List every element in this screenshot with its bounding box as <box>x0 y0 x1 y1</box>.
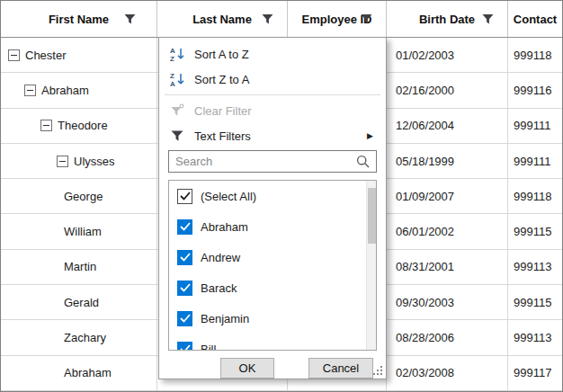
birth-date-cell: 05/18/1999 <box>387 144 508 178</box>
first-name-cell: Ulysses <box>74 155 115 168</box>
list-item-select-all[interactable]: (Select All) <box>169 181 376 211</box>
collapse-icon[interactable] <box>57 156 68 167</box>
search-input[interactable] <box>169 151 376 172</box>
contact-cell: 999116 <box>508 73 562 107</box>
menu-separator <box>165 94 380 95</box>
filter-popup: A Z Sort A to Z Z A Sort Z to A <box>158 37 387 379</box>
grid-header: First Name Last Name Employee ID Birth D… <box>1 1 562 38</box>
first-name-cell: Martin <box>64 260 96 273</box>
scrollbar-thumb[interactable] <box>368 188 376 244</box>
list-item-label: Andrew <box>201 251 240 264</box>
sort-za-icon: Z A <box>168 71 186 87</box>
ok-button[interactable]: OK <box>220 358 274 379</box>
collapse-icon[interactable] <box>8 49 20 61</box>
column-header-first-name[interactable]: First Name <box>1 1 157 37</box>
first-name-cell: Abraham <box>64 366 112 379</box>
birth-date-cell: 01/09/2007 <box>387 179 508 213</box>
checkbox-checked[interactable] <box>177 250 192 265</box>
birth-date-cell: 08/28/2006 <box>387 320 508 354</box>
column-label: Birth Date <box>419 13 475 26</box>
first-name-cell: William <box>64 225 102 238</box>
list-item-label: (Select All) <box>201 190 256 203</box>
text-filters-icon <box>168 129 186 143</box>
svg-text:Z: Z <box>170 72 174 80</box>
sort-az-icon: A Z <box>168 46 186 62</box>
text-filters-item[interactable]: Text Filters ▶ <box>159 123 386 148</box>
popup-button-row: OK Cancel <box>159 358 386 379</box>
scrollbar[interactable] <box>366 181 376 350</box>
birth-date-cell: 02/16/2000 <box>387 73 508 107</box>
column-header-contact[interactable]: Contact <box>508 1 562 37</box>
contact-cell: 999118 <box>508 179 562 213</box>
sort-a-to-z-item[interactable]: A Z Sort A to Z <box>159 41 386 67</box>
filter-icon[interactable] <box>481 13 495 26</box>
menu-item-label: Clear Filter <box>194 104 252 118</box>
contact-cell: 999115 <box>508 214 562 248</box>
birth-date-cell: 02/03/2008 <box>387 356 508 390</box>
filter-icon[interactable] <box>123 13 137 26</box>
treegrid-window: First Name Last Name Employee ID Birth D… <box>0 0 563 392</box>
cancel-button[interactable]: Cancel <box>308 358 373 379</box>
svg-text:A: A <box>170 47 175 55</box>
list-item-label: Abraham <box>201 220 248 234</box>
svg-text:Z: Z <box>170 55 174 62</box>
list-item[interactable]: Bill <box>169 334 376 351</box>
search-box <box>168 150 377 173</box>
clear-filter-icon <box>168 103 186 118</box>
contact-cell: 999118 <box>508 38 562 72</box>
birth-date-cell: 09/30/2003 <box>387 285 508 319</box>
menu-item-label: Sort A to Z <box>194 48 249 61</box>
list-item[interactable]: Benjamin <box>169 303 376 334</box>
sort-z-to-a-item[interactable]: Z A Sort Z to A <box>159 67 386 92</box>
column-header-birth-date[interactable]: Birth Date <box>387 1 508 37</box>
filter-icon[interactable] <box>360 13 373 26</box>
first-name-cell: Gerald <box>64 296 99 309</box>
filter-value-list: (Select All) Abraham Andrew Barack <box>168 180 377 351</box>
first-name-cell: Zachary <box>64 331 106 344</box>
list-item[interactable]: Barack <box>169 272 376 303</box>
checkbox-checked[interactable] <box>177 281 192 296</box>
checkbox-checked[interactable] <box>177 189 192 204</box>
column-label: First Name <box>49 13 109 26</box>
list-item[interactable]: Andrew <box>169 242 376 272</box>
menu-item-label: Text Filters <box>194 129 251 143</box>
filter-icon[interactable] <box>261 13 274 26</box>
column-header-employee-id[interactable]: Employee ID <box>288 1 387 37</box>
list-item-label: Bill <box>201 343 216 352</box>
birth-date-cell: 01/02/2003 <box>387 38 508 72</box>
contact-cell: 999113 <box>508 320 562 354</box>
menu-item-label: Sort Z to A <box>194 73 249 86</box>
checkbox-checked[interactable] <box>177 311 192 326</box>
collapse-icon[interactable] <box>40 120 52 131</box>
contact-cell: 999111 <box>508 109 562 143</box>
checkbox-checked[interactable] <box>177 342 192 352</box>
birth-date-cell: 12/06/2004 <box>387 109 508 143</box>
contact-cell: 999115 <box>508 285 562 319</box>
list-item[interactable]: Abraham <box>169 211 376 242</box>
column-label: Contact <box>514 13 557 26</box>
contact-cell: 999111 <box>508 144 562 178</box>
resize-grip[interactable] <box>373 366 383 376</box>
birth-date-cell: 06/01/2002 <box>387 214 508 248</box>
svg-text:A: A <box>170 80 175 87</box>
submenu-arrow-icon: ▶ <box>367 131 377 140</box>
list-item-label: Barack <box>201 281 237 295</box>
list-item-label: Benjamin <box>201 312 249 325</box>
collapse-icon[interactable] <box>24 85 36 96</box>
column-label: Last Name <box>192 13 252 26</box>
column-header-last-name[interactable]: Last Name <box>157 1 288 37</box>
contact-cell: 999113 <box>508 250 562 284</box>
contact-cell: 999117 <box>508 356 562 390</box>
birth-date-cell: 08/31/2001 <box>387 250 508 284</box>
first-name-cell: Abraham <box>41 84 89 97</box>
checkbox-checked[interactable] <box>177 219 192 235</box>
first-name-cell: Theodore <box>58 119 108 132</box>
first-name-cell: George <box>64 190 103 203</box>
first-name-cell: Chester <box>25 49 67 62</box>
clear-filter-item: Clear Filter <box>159 98 386 123</box>
search-icon[interactable] <box>356 155 371 172</box>
